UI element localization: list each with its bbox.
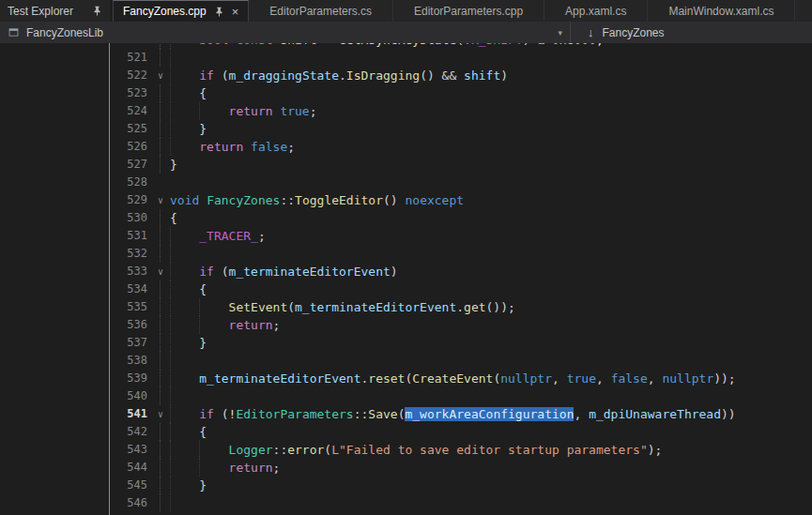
code-line-528: 528 [110, 174, 812, 191]
tab-editorparameters-cs[interactable]: EditorParameters.cs [249, 0, 393, 22]
code-text[interactable]: m_terminateEditorEvent.reset(CreateEvent… [168, 370, 736, 387]
code-editor[interactable]: 520bool const shift = GetAsyncKeyState(V… [110, 43, 812, 515]
line-number[interactable]: 533 [110, 263, 153, 280]
code-text[interactable]: return false; [168, 138, 295, 156]
code-text[interactable]: if (m_draggingState.IsDragging() && shif… [168, 67, 508, 84]
line-number[interactable]: 524 [110, 102, 153, 120]
code-token: return [229, 318, 273, 332]
tab-app-xaml-cs[interactable]: App.xaml.cs [544, 0, 648, 22]
outlining-margin [153, 49, 168, 67]
code-text[interactable] [168, 245, 199, 263]
code-text[interactable]: if (!EditorParameters::Save(m_workAreaCo… [168, 405, 736, 423]
tab-test-explorer[interactable]: Test Explorer [0, 0, 110, 22]
code-text[interactable]: SetEvent(m_terminateEditorEvent.get()); [168, 298, 515, 316]
code-text[interactable] [168, 352, 199, 370]
tab-editorparameters-cpp[interactable]: EditorParameters.cpp [393, 0, 544, 22]
pin-icon[interactable] [92, 6, 102, 16]
line-number[interactable]: 535 [110, 298, 153, 316]
indent-guide [170, 387, 199, 405]
code-token: true [280, 104, 309, 118]
line-number[interactable]: 544 [110, 459, 153, 477]
collapse-chevron-icon[interactable]: ∨ [153, 191, 168, 209]
line-number[interactable]: 545 [110, 477, 153, 494]
code-token: m_terminateEditorEvent [199, 371, 360, 386]
project-dropdown[interactable]: FancyZonesLib ▾ [0, 22, 570, 43]
code-text[interactable]: } [168, 156, 177, 174]
line-number[interactable]: 546 [110, 494, 153, 512]
code-text[interactable]: _TRACER_; [168, 227, 266, 245]
code-text[interactable] [168, 387, 199, 405]
line-number[interactable]: 541 [110, 405, 153, 423]
line-number[interactable]: 536 [110, 316, 153, 334]
indent-guide [170, 245, 199, 263]
code-text[interactable]: void FancyZones::ToggleEditor() noexcept [168, 191, 464, 209]
line-number[interactable]: 528 [110, 174, 153, 191]
code-token: } [199, 336, 207, 350]
tab-fancyzones-cpp[interactable]: FancyZones.cpp× [113, 0, 249, 22]
line-number[interactable]: 523 [110, 84, 153, 102]
outlining-margin[interactable]: ∨ [153, 67, 168, 84]
code-text[interactable]: if (m_terminateEditorEvent) [168, 263, 398, 280]
code-text[interactable]: } [168, 120, 207, 138]
code-line-529: 529∨void FancyZones::ToggleEditor() noex… [110, 191, 812, 209]
line-number[interactable]: 539 [110, 370, 153, 387]
line-number[interactable]: 543 [110, 441, 153, 459]
tab-mainwindow-xaml-cs[interactable]: MainWindow.xaml.cs [648, 0, 795, 22]
fold-scope-line [160, 494, 161, 512]
type-dropdown[interactable]: ↓ FancyZones [571, 22, 676, 43]
code-token: false [611, 371, 648, 386]
tab-label: Test Explorer [8, 5, 73, 18]
code-text[interactable]: { [168, 84, 207, 102]
line-number[interactable]: 540 [110, 387, 153, 405]
outlining-margin [153, 102, 168, 120]
indent-guide [170, 67, 199, 84]
fold-scope-line [160, 138, 161, 156]
code-token: :: [354, 407, 369, 421]
code-text[interactable]: return; [168, 459, 280, 477]
pin-icon[interactable] [214, 7, 224, 17]
line-number[interactable]: 538 [110, 352, 153, 370]
line-number[interactable]: 526 [110, 138, 153, 156]
code-text[interactable] [168, 174, 170, 191]
collapse-chevron-icon[interactable]: ∨ [153, 263, 168, 280]
outlining-margin[interactable]: ∨ [153, 191, 168, 209]
line-number[interactable]: 525 [110, 120, 153, 138]
code-line-524: 524return true; [110, 102, 812, 120]
line-number[interactable]: 522 [110, 67, 153, 84]
code-text[interactable]: } [168, 334, 207, 352]
code-token [243, 140, 251, 154]
outlining-margin[interactable]: ∨ [153, 405, 168, 423]
code-token: = [317, 43, 339, 47]
code-text[interactable]: { [168, 280, 207, 298]
code-text[interactable]: return; [168, 316, 280, 334]
tab-label: FancyZones.cpp [123, 5, 207, 18]
line-number[interactable]: 534 [110, 280, 153, 298]
indent-guide [170, 316, 199, 334]
line-number[interactable]: 529 [110, 191, 153, 209]
code-line-533: 533∨if (m_terminateEditorEvent) [110, 263, 812, 280]
code-text[interactable] [168, 494, 199, 512]
code-text[interactable] [168, 49, 199, 67]
code-token: GetAsyncKeyState [339, 43, 456, 47]
code-text[interactable]: { [168, 209, 177, 227]
code-text[interactable]: } [168, 477, 207, 494]
outlining-margin [153, 120, 168, 138]
line-number[interactable]: 530 [110, 209, 153, 227]
line-number[interactable]: 542 [110, 423, 153, 441]
tab-label: App.xaml.cs [565, 5, 626, 18]
line-number[interactable]: 537 [110, 334, 153, 352]
code-text[interactable]: bool const shift = GetAsyncKeyState(VK_S… [168, 43, 604, 49]
close-icon[interactable]: × [232, 6, 239, 18]
collapse-chevron-icon[interactable]: ∨ [153, 405, 168, 423]
outlining-margin[interactable]: ∨ [153, 263, 168, 280]
line-number[interactable]: 527 [110, 156, 153, 174]
line-number[interactable]: 531 [110, 227, 153, 245]
fold-scope-line [160, 316, 161, 334]
line-number[interactable]: 532 [110, 245, 153, 263]
code-text[interactable]: { [168, 423, 207, 441]
collapse-chevron-icon[interactable]: ∨ [153, 67, 168, 84]
indent-guide [170, 459, 199, 477]
code-text[interactable]: return true; [168, 102, 317, 120]
code-text[interactable]: Logger::error(L"Failed to save editor st… [168, 441, 662, 459]
line-number[interactable]: 521 [110, 49, 153, 67]
